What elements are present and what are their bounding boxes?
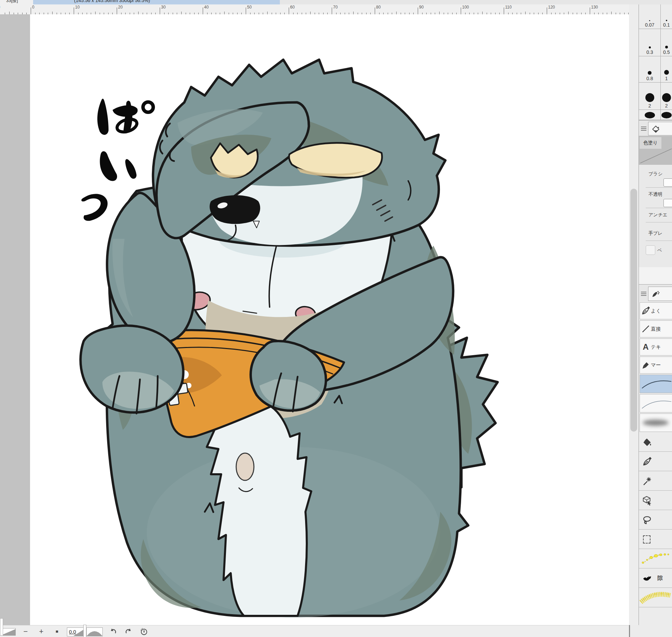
cube-cursor-icon xyxy=(642,495,653,506)
brush-size-cell[interactable]: 0.1 xyxy=(661,4,672,29)
vertical-scrollbar-thumb[interactable] xyxy=(630,189,637,432)
brush-size-cell[interactable]: 2 xyxy=(639,83,661,110)
undo-icon xyxy=(109,627,117,636)
subtool-item-frequent[interactable]: よく xyxy=(640,302,672,319)
vertical-scrollbar xyxy=(629,4,639,625)
brush-size-cell[interactable] xyxy=(639,110,661,120)
magic-wand-icon xyxy=(642,476,653,486)
paint-bucket-icon xyxy=(642,437,653,447)
bottom-toolbar: − + ■ 0.0 xyxy=(0,625,629,637)
redo-icon xyxy=(124,627,133,636)
tool-property-panel-header xyxy=(639,120,672,136)
text-tool-icon: A xyxy=(641,342,651,352)
zoom-out-button[interactable]: − xyxy=(20,625,31,637)
subtool-item-thin-brush[interactable] xyxy=(640,394,672,412)
canvas-pasteboard xyxy=(0,14,30,625)
tool-item-pen[interactable] xyxy=(639,452,672,471)
fit-view-button[interactable]: ■ xyxy=(52,625,62,637)
prop-stabilize-label: 手ブレ xyxy=(648,230,662,236)
rotation-slider[interactable] xyxy=(86,627,103,636)
tab-inactive-label: 33[接] xyxy=(6,0,18,4)
tab-active[interactable]: (145.56 x 145.56mm 350dpi 56.5%) xyxy=(33,0,280,4)
prop-antialias-label: アンチエ xyxy=(648,212,667,218)
menu-icon[interactable] xyxy=(641,291,646,297)
tool-name-header: 色塗り xyxy=(639,136,672,165)
gap-tool-label: 隙 xyxy=(657,575,663,582)
pen-tool-icon xyxy=(651,289,660,298)
prop-opacity-input[interactable] xyxy=(663,199,672,207)
app-window: 33[接] (145.56 x 145.56mm 350dpi 56.5%) 0… xyxy=(0,0,672,637)
tool-item-texture-brush[interactable] xyxy=(639,589,672,607)
rotation-value: 0.0 xyxy=(69,629,76,635)
tool-item-fill[interactable] xyxy=(639,433,672,452)
airbrush-stroke-preview xyxy=(643,420,669,426)
subtool-item-marker[interactable]: マー xyxy=(640,357,672,374)
prop-vector-label: ベ xyxy=(657,247,662,254)
pen-nib-icon xyxy=(641,306,651,316)
prop-vector-checkbox[interactable] xyxy=(646,245,655,255)
texture-stroke-preview xyxy=(639,589,672,606)
sparkle-stroke-preview xyxy=(639,550,672,567)
brush-size-cell[interactable] xyxy=(661,110,672,120)
subtool-item-direct[interactable]: 直接 xyxy=(640,320,672,337)
brush-size-cell[interactable]: 2 xyxy=(661,83,672,110)
tab-inactive[interactable]: 33[接] xyxy=(0,0,33,4)
tool-item-3d-operate[interactable] xyxy=(639,491,672,510)
subtool-item-brush-selected[interactable] xyxy=(640,375,672,393)
slider-handle[interactable] xyxy=(83,625,86,637)
tool-item-sparkle-brush[interactable] xyxy=(639,550,672,568)
tool-property-tab[interactable] xyxy=(648,122,672,135)
tab-active-label: (145.56 x 145.56mm 350dpi 56.5%) xyxy=(74,0,150,3)
marker-icon xyxy=(641,360,651,370)
brush-size-cell[interactable]: 0.07 xyxy=(639,4,661,29)
subtool-tab[interactable] xyxy=(648,287,672,301)
undo-button[interactable] xyxy=(108,625,118,637)
line-icon xyxy=(641,324,651,334)
canvas-edge-widget[interactable] xyxy=(0,618,3,636)
reset-timer-button[interactable] xyxy=(139,625,149,637)
timer-icon xyxy=(139,627,148,636)
subtool-panel-header xyxy=(639,285,672,302)
ruler: 01020304050607080901001101201300 xyxy=(0,4,629,15)
prop-brush-size-label: ブラシ xyxy=(648,171,662,177)
lasso-icon xyxy=(642,515,653,525)
zoom-in-button[interactable]: + xyxy=(36,625,46,637)
brush-stroke-preview xyxy=(640,394,672,412)
tool-properties: ブラシ 不透明 アンチエ 手ブレ ベ xyxy=(639,165,672,284)
canvas-artwork xyxy=(30,14,629,625)
tool-name-chip: 色塗り xyxy=(640,137,661,149)
tool-item-gap-fill[interactable]: 隙 xyxy=(639,569,672,588)
subtool-item-airbrush[interactable] xyxy=(640,414,672,432)
character-left-paw xyxy=(81,325,183,414)
right-panel: 0.070.10.30.50.8122 色塗り ブラシ 不透明 xyxy=(639,4,672,637)
subtool-item-text[interactable]: A テキ xyxy=(640,338,672,356)
brush-size-cell[interactable]: 0.5 xyxy=(661,29,672,56)
tool-item-empty[interactable] xyxy=(639,608,672,626)
document-tab-strip: 33[接] (145.56 x 145.56mm 350dpi 56.5%) xyxy=(0,0,672,4)
tool-item-lasso[interactable] xyxy=(639,511,672,530)
prop-opacity-label: 不透明 xyxy=(648,191,662,198)
redo-button[interactable] xyxy=(124,625,134,637)
brush-size-cell[interactable]: 0.8 xyxy=(639,56,661,83)
prop-brush-size-input[interactable] xyxy=(663,178,672,187)
pen-nib-icon xyxy=(642,457,653,467)
brush-size-cell[interactable]: 1 xyxy=(661,56,672,83)
marquee-icon xyxy=(643,535,650,544)
tool-item-magic-wand[interactable] xyxy=(639,472,672,491)
rotation-value-box[interactable]: 0.0 xyxy=(67,627,85,636)
fill-tool-icon xyxy=(651,124,660,133)
nose xyxy=(210,195,260,224)
splatter-bird-icon xyxy=(642,573,653,583)
menu-icon[interactable] xyxy=(641,126,646,132)
brush-stroke-preview xyxy=(640,375,672,393)
brush-size-cell[interactable]: 0.3 xyxy=(639,29,661,56)
tool-item-marquee[interactable] xyxy=(639,530,672,549)
